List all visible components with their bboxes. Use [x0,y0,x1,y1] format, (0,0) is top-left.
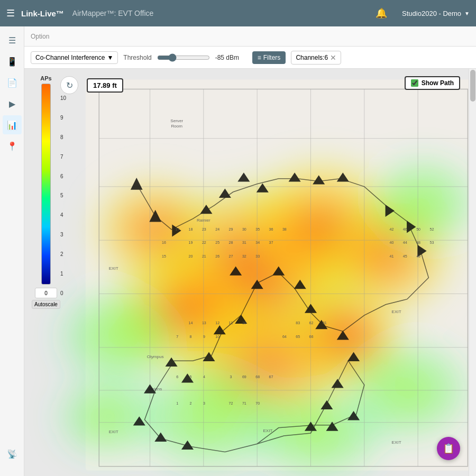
sidebar-item-chart[interactable]: 📊 [3,115,22,134]
channel-filter[interactable]: Channels:6 ✕ [291,51,341,65]
filter-icon: ≡ [258,54,261,61]
threshold-slider[interactable] [157,53,210,62]
main-layout: ☰ 📱 📄 ▶ 📊 📍 📡 Option Co-Channel Interfer… [0,26,476,476]
svg-text:8: 8 [190,335,192,339]
svg-text:35: 35 [255,227,260,232]
svg-text:48: 48 [416,241,420,245]
show-path-toggle[interactable]: Show Path [405,76,460,90]
sidebar-item-mobile[interactable]: 📱 [3,52,22,71]
svg-text:32: 32 [242,254,246,259]
svg-text:10: 10 [242,321,246,325]
sidebar-item-location[interactable]: 📍 [3,136,22,155]
chevron-down-icon: ▼ [464,11,470,16]
svg-text:12: 12 [215,321,219,325]
svg-text:52: 52 [430,227,434,232]
legend-scale-input[interactable]: 0 [35,288,57,298]
threshold-slider-container [157,53,210,62]
channel-label: Channels:6 [296,54,328,61]
channel-close-icon[interactable]: ✕ [330,53,336,62]
svg-text:72: 72 [229,401,233,406]
svg-text:41: 41 [390,254,394,259]
svg-text:45: 45 [403,254,407,259]
svg-text:EXIT: EXIT [109,429,118,434]
svg-text:18: 18 [189,227,193,232]
user-menu[interactable]: Studio2020 - Demo ▼ [402,10,470,17]
bell-icon[interactable]: 🔔 [376,7,387,19]
svg-text:EXIT: EXIT [392,440,401,445]
distance-value: 17.89 ft [93,81,117,89]
metric-select[interactable]: Co-Channel Interference ▼ [31,51,118,64]
svg-text:Room: Room [171,124,182,129]
svg-text:28: 28 [229,241,233,245]
legend: APs 109876 543210 0 Autoscale [32,75,60,309]
svg-text:42: 42 [390,227,394,232]
show-path-label: Show Path [422,79,454,87]
svg-text:30: 30 [242,227,246,232]
fab-button[interactable]: 📋 [437,437,460,460]
filters-label: Filters [263,54,281,61]
svg-text:27: 27 [229,254,233,259]
menu-icon[interactable]: ☰ [6,7,15,19]
svg-text:33: 33 [255,254,260,259]
sidebar-item-list[interactable]: ☰ [3,31,22,50]
threshold-value: -85 dBm [215,54,247,61]
svg-text:49: 49 [416,254,420,259]
metric-select-arrow: ▼ [107,54,113,61]
svg-text:37: 37 [269,241,273,245]
svg-text:16: 16 [162,241,166,245]
svg-text:Rainier: Rainier [197,218,210,223]
sidebar-item-play[interactable]: ▶ [3,94,22,113]
page-title: AirMapper™: EVT Office [72,9,154,17]
map-container: Server Room EXIT EXIT EXIT EXIT EXIT Oly… [24,69,476,476]
svg-text:1: 1 [176,401,178,406]
sidebar: ☰ 📱 📄 ▶ 📊 📍 📡 [0,26,24,476]
threshold-label: Threshold [123,54,151,61]
svg-text:15: 15 [162,254,166,259]
svg-text:Server: Server [170,118,183,123]
options-bar: Option [24,26,476,47]
svg-text:64: 64 [282,335,287,339]
sidebar-item-wifi[interactable]: 📡 [3,444,22,463]
autoscale-button[interactable]: Autoscale [32,300,60,309]
svg-text:13: 13 [202,321,206,325]
svg-text:7: 7 [176,335,178,339]
svg-text:3: 3 [203,401,205,406]
svg-text:EXIT: EXIT [263,428,272,433]
filter-bar: Co-Channel Interference ▼ Threshold -85 … [24,47,476,69]
svg-text:29: 29 [229,227,233,232]
svg-text:21: 21 [202,254,206,259]
svg-text:11: 11 [229,321,233,325]
show-path-checkbox[interactable] [411,79,418,87]
metric-select-label: Co-Channel Interference [35,54,105,61]
scrollbar[interactable] [469,69,476,476]
svg-text:34: 34 [255,241,260,245]
svg-text:17: 17 [175,227,179,232]
refresh-icon: ↻ [66,80,73,90]
svg-text:50: 50 [416,227,420,232]
svg-text:EXIT: EXIT [109,266,118,271]
svg-text:20: 20 [189,254,193,259]
svg-text:69: 69 [242,375,246,379]
svg-text:31: 31 [242,241,246,245]
svg-text:67: 67 [269,375,273,379]
svg-text:83: 83 [296,321,300,325]
svg-text:44: 44 [403,241,407,245]
legend-title: APs [40,75,51,81]
svg-text:38: 38 [282,227,287,232]
scrollbar-thumb[interactable] [470,70,475,102]
topbar: ☰ Link-Live™ AirMapper™: EVT Office 🔔 St… [0,0,476,26]
svg-text:19: 19 [189,241,193,245]
svg-text:40: 40 [390,241,394,245]
svg-text:36: 36 [269,227,273,232]
svg-text:6: 6 [176,375,178,379]
filters-button[interactable]: ≡ Filters [252,51,286,64]
svg-text:66: 66 [309,335,314,339]
svg-text:71: 71 [242,401,246,406]
sidebar-item-document[interactable]: 📄 [3,73,22,92]
svg-text:23: 23 [202,227,206,232]
svg-text:5: 5 [190,375,192,379]
svg-text:EXIT: EXIT [392,309,401,314]
refresh-button[interactable]: ↻ [60,76,78,94]
user-name: Studio2020 - Demo [402,10,461,17]
legend-ticks: 109876 543210 [60,95,66,296]
